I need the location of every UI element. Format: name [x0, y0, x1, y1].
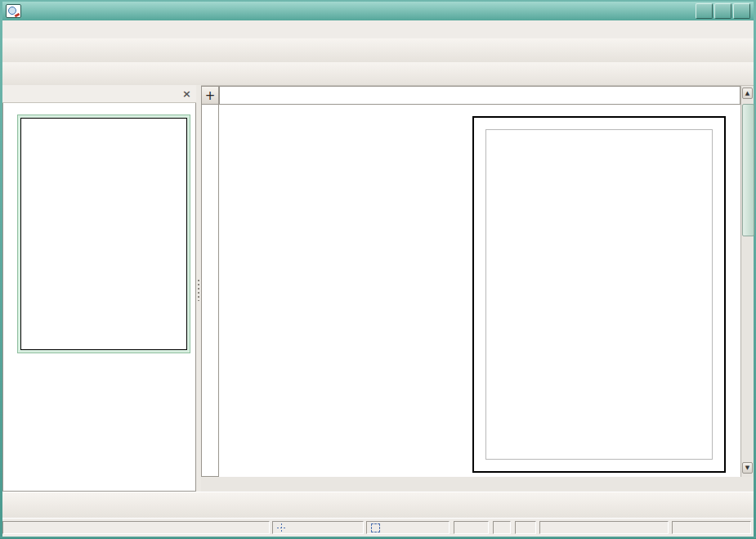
status-bar [2, 518, 754, 537]
menu-bar [2, 20, 754, 39]
horizontal-ruler [219, 86, 740, 105]
standard-toolbar [2, 38, 754, 63]
vertical-scrollbar[interactable]: ▲ ▼ [740, 86, 754, 477]
minimize-button[interactable] [696, 3, 713, 19]
layer-tab-bar [201, 477, 754, 492]
scroll-down-icon[interactable]: ▼ [742, 462, 753, 474]
vertical-scrollbar-thumb[interactable] [742, 104, 754, 236]
title-bar[interactable] [2, 2, 754, 20]
ruler-origin-button[interactable]: + [201, 86, 219, 105]
page-thumbnail[interactable] [17, 115, 190, 353]
status-zoom-level[interactable] [454, 521, 489, 534]
app-icon [6, 4, 21, 18]
status-view-mode [672, 521, 751, 534]
status-modified-flag [493, 521, 511, 534]
close-button[interactable] [733, 3, 750, 19]
status-slide-info [539, 521, 669, 534]
app-window: × + ▲ ▼ [0, 0, 756, 539]
status-signature [515, 521, 536, 534]
line-and-filling-toolbar [2, 62, 754, 86]
drawing-toolbar [2, 492, 754, 519]
status-object-info [2, 521, 270, 534]
panel-close-icon[interactable]: × [182, 90, 191, 98]
pages-panel-header: × [2, 85, 196, 103]
size-icon [371, 523, 380, 532]
pages-panel [2, 103, 196, 492]
maximize-button[interactable] [714, 3, 731, 19]
page-thumbnail-drawing [21, 119, 185, 348]
vertical-ruler [201, 105, 219, 477]
page-drawing [474, 118, 724, 471]
page[interactable] [472, 116, 726, 473]
position-icon [277, 523, 286, 532]
drawing-canvas[interactable] [219, 105, 740, 477]
status-cursor-position[interactable] [272, 521, 364, 534]
status-object-size[interactable] [366, 521, 450, 534]
scroll-up-icon[interactable]: ▲ [742, 88, 753, 99]
